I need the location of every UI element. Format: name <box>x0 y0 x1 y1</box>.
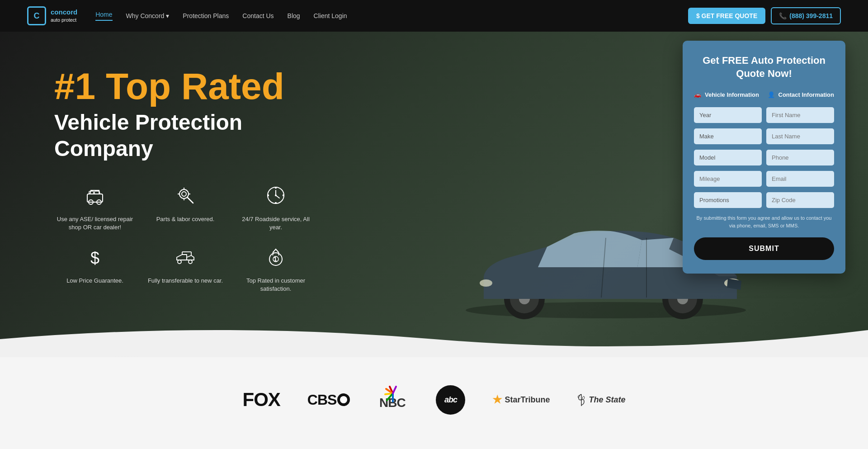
feature-parts: Parts & labor covered. <box>145 184 226 232</box>
svg-point-34 <box>178 260 181 264</box>
feature-ase-text: Use any ASE/ licensed repair shop OR car… <box>54 215 136 232</box>
nbc-logo: NBC <box>377 384 409 415</box>
star-tribune-logo: ★StarTribune <box>492 393 550 406</box>
svg-rect-28 <box>267 194 269 196</box>
phone-icon: 📞 <box>779 12 787 19</box>
svg-rect-26 <box>275 187 277 189</box>
form-row-year-firstname: Year <box>694 107 834 123</box>
chevron-down-icon: ▾ <box>166 12 169 19</box>
feature-rated-text: Top Rated in customer satisfaction. <box>235 277 316 293</box>
feature-transfer: Fully transferable to new car. <box>145 246 226 293</box>
cbs-logo: CBS <box>307 392 350 408</box>
email-input[interactable] <box>766 171 834 187</box>
car-icon: 🚗 <box>694 91 701 98</box>
zip-code-input[interactable] <box>766 192 834 208</box>
submit-button[interactable]: SUBMIT <box>694 237 834 260</box>
feature-price: $ Low Price Guarantee. <box>54 246 136 293</box>
media-section: FOX CBS NBC abc ★StarTribune <box>0 357 868 442</box>
tab-vehicle-info[interactable]: 🚗 Vehicle Information <box>694 91 764 98</box>
nav-links: Home Why Concord ▾ Protection Plans Cont… <box>95 11 347 21</box>
form-row-mileage-email <box>694 171 834 187</box>
navbar-right: $ GET FREE QUOTE 📞 (888) 399-2811 <box>688 7 841 24</box>
svg-point-25 <box>275 194 277 196</box>
feature-rated: 1 Top Rated in customer satisfaction. <box>235 246 316 293</box>
phone-input[interactable] <box>766 150 834 165</box>
svg-rect-11 <box>87 194 103 202</box>
tab-contact-info[interactable]: 👤 Contact Information <box>764 91 834 98</box>
tow-truck-icon <box>174 246 197 272</box>
model-select[interactable]: Model <box>694 150 762 165</box>
abc-logo: abc <box>436 385 465 415</box>
form-row-model-phone: Model <box>694 150 834 165</box>
feature-price-text: Low Price Guarantee. <box>66 277 123 285</box>
clock-gear-icon <box>264 184 287 211</box>
feature-ase: Use any ASE/ licensed repair shop OR car… <box>54 184 136 232</box>
nav-client-login[interactable]: Client Login <box>314 12 347 19</box>
mileage-input[interactable] <box>694 171 762 187</box>
feature-transfer-text: Fully transferable to new car. <box>148 277 223 285</box>
form-row-promotions-zip: Promotions <box>694 192 834 208</box>
nav-blog[interactable]: Blog <box>288 12 300 19</box>
person-icon: 👤 <box>768 91 775 98</box>
medal-icon: 1 <box>264 246 287 272</box>
svg-rect-29 <box>283 194 284 196</box>
promotions-select[interactable]: Promotions <box>694 192 762 208</box>
form-fields: Year Make Model <box>694 107 834 208</box>
feature-roadside-text: 24/7 Roadside service, All year. <box>235 215 316 232</box>
form-title: Get FREE Auto Protection Quote Now! <box>694 54 834 80</box>
phone-button[interactable]: 📞 (888) 399-2811 <box>771 7 841 24</box>
svg-text:$: $ <box>90 249 99 267</box>
last-name-input[interactable] <box>766 128 834 144</box>
feature-roadside: 24/7 Roadside service, All year. <box>235 184 316 232</box>
form-row-make-lastname: Make <box>694 128 834 144</box>
hero-wave <box>0 321 868 357</box>
feature-parts-text: Parts & labor covered. <box>156 215 215 223</box>
year-select[interactable]: Year <box>694 107 762 123</box>
nav-home[interactable]: Home <box>95 11 112 21</box>
svg-point-17 <box>182 192 186 196</box>
first-name-input[interactable] <box>766 107 834 123</box>
logo[interactable]: C concord auto protect <box>27 6 77 25</box>
navbar-left: C concord auto protect Home Why Concord … <box>27 6 347 25</box>
quote-form-panel: Get FREE Auto Protection Quote Now! 🚗 Ve… <box>683 41 845 274</box>
logo-icon: C <box>27 6 46 25</box>
form-disclaimer: By submitting this form you agree and al… <box>694 214 834 229</box>
logo-text: concord auto protect <box>51 8 77 24</box>
hero-section: #1 Top Rated Vehicle ProtectionCompany <box>0 32 868 357</box>
fox-logo: FOX <box>243 389 280 411</box>
svg-point-42 <box>581 399 582 400</box>
nav-why-concord[interactable]: Why Concord ▾ <box>126 12 170 19</box>
the-state-logo: The State <box>577 393 625 406</box>
form-tabs: 🚗 Vehicle Information 👤 Contact Informat… <box>694 91 834 98</box>
taxi-icon <box>84 184 106 211</box>
svg-point-16 <box>179 189 189 199</box>
svg-point-35 <box>189 260 192 264</box>
get-quote-button[interactable]: $ GET FREE QUOTE <box>688 8 765 24</box>
gear-wrench-icon <box>174 184 197 211</box>
nav-contact-us[interactable]: Contact Us <box>242 12 274 19</box>
nav-protection-plans[interactable]: Protection Plans <box>183 12 229 19</box>
dollar-icon: $ <box>84 246 106 272</box>
make-select[interactable]: Make <box>694 128 762 144</box>
svg-rect-27 <box>275 202 277 204</box>
navbar: C concord auto protect Home Why Concord … <box>0 0 868 32</box>
